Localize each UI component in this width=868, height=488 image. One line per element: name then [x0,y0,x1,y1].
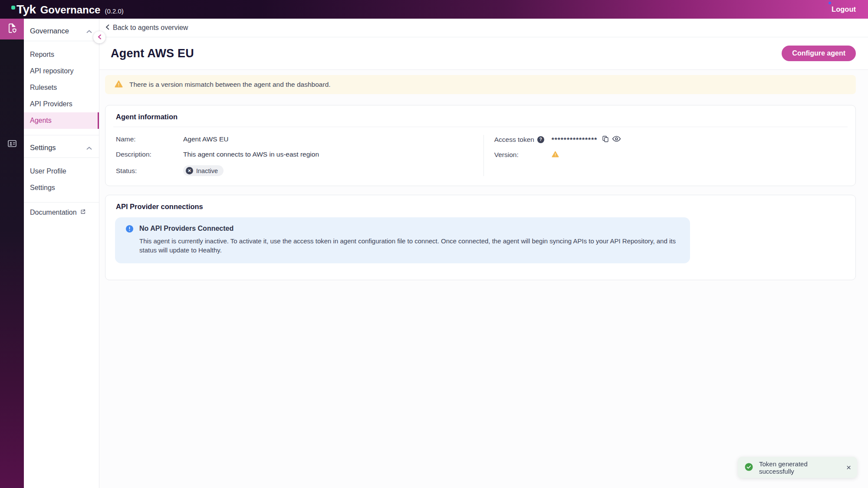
toast-close-button[interactable]: × [846,463,851,472]
app-root: Tyk Governance (0.2.0) Logout [0,0,868,488]
access-token-value: *************** [552,135,621,144]
status-row: Status: ✕ Inactive [116,165,483,176]
version-warning [552,151,559,159]
description-value: This agent connects to AWS in us-east re… [183,151,319,158]
rail-item-profile[interactable] [0,134,24,155]
top-bar: Tyk Governance (0.2.0) Logout [0,0,868,19]
no-providers-info-box: No API Providers Connected This agent is… [115,217,690,263]
toast-message: Token generated successfully [759,460,840,475]
chevron-up-icon [86,144,92,152]
sidebar-item-api-providers[interactable]: API Providers [24,96,99,112]
sidebar-item-rulesets[interactable]: Rulesets [24,79,99,96]
masked-token: *************** [552,136,597,144]
app-version: (0.2.0) [105,7,123,15]
reveal-token-button[interactable] [612,135,621,144]
agent-info-left-column: Name: Agent AWS EU Description: This age… [116,135,483,176]
back-bar: Back to agents overview [99,19,868,37]
chevron-up-icon [86,27,92,35]
contact-card-icon [7,138,17,151]
sidebar-section-label: Governance [30,27,69,35]
access-token-label: Access token ? [494,136,552,144]
page-content: There is a version mismatch between the … [99,70,868,280]
back-link[interactable]: Back to agents overview [105,24,188,32]
configure-agent-button[interactable]: Configure agent [782,46,856,61]
version-mismatch-banner: There is a version mismatch between the … [105,75,856,94]
description-label: Description: [116,151,183,158]
sidebar-item-api-repository[interactable]: API repository [24,63,99,79]
card-heading: API Provider connections [105,195,855,216]
title-bar: Agent AWS EU Configure agent [99,37,868,70]
page-title: Agent AWS EU [111,47,194,60]
chevron-left-icon [98,34,102,41]
product-name: Governance [40,4,101,16]
agent-info-grid: Name: Agent AWS EU Description: This age… [105,127,855,186]
access-token-label-text: Access token [494,136,534,144]
sidebar-item-settings[interactable]: Settings [24,180,99,196]
copy-token-button[interactable] [602,135,609,144]
warning-icon [552,151,559,159]
copy-icon [602,135,609,144]
description-row: Description: This agent connects to AWS … [116,150,483,159]
info-box-message: This agent is currently inactive. To act… [139,236,680,255]
governance-nav-list: Reports API repository Rulesets API Prov… [24,41,99,135]
agent-info-right-column: Access token ? *************** [483,135,845,176]
sidebar-item-reports[interactable]: Reports [24,46,99,63]
sidebar-item-documentation[interactable]: Documentation [24,203,99,221]
sidebar-item-label: Documentation [30,209,77,216]
info-box-title: No API Providers Connected [139,225,680,233]
external-link-icon [80,209,86,216]
name-label: Name: [116,135,183,143]
brand-name: Tyk [16,3,36,16]
notification-dot [829,2,831,4]
tyk-logo-dot-icon [11,6,15,10]
name-row: Name: Agent AWS EU [116,135,483,144]
chevron-left-icon [105,24,109,32]
sidebar-section-governance[interactable]: Governance [24,19,99,41]
version-row: Version: [494,151,845,159]
logout-button[interactable]: Logout [832,5,856,13]
api-provider-connections-card: API Provider connections No API Provider… [105,195,856,280]
status-badge: ✕ Inactive [183,165,224,176]
sidebar: Governance Reports API repository Rulese… [24,19,99,488]
status-label: Status: [116,167,183,175]
info-box-body: No API Providers Connected This agent is… [139,225,680,255]
agent-information-card: Agent information Name: Agent AWS EU Des… [105,105,856,186]
access-token-row: Access token ? *************** [494,135,845,144]
card-heading: Agent information [105,105,855,127]
version-label: Version: [494,151,552,159]
banner-message: There is a version mismatch between the … [129,81,331,88]
rail-item-governance[interactable] [0,19,24,39]
sidebar-item-agents[interactable]: Agents [24,112,99,129]
warning-icon [115,80,123,89]
inactive-status-icon: ✕ [186,167,193,174]
eye-icon [612,135,621,144]
sidebar-section-label: Settings [30,144,56,152]
sidebar-item-user-profile[interactable]: User Profile [24,163,99,180]
icon-rail [0,19,24,488]
help-icon[interactable]: ? [537,136,544,143]
status-badge-label: Inactive [196,167,218,174]
sidebar-collapse-button[interactable] [93,31,105,43]
toast-notification: Token generated successfully × [738,457,857,478]
main-content: Back to agents overview Agent AWS EU Con… [99,19,868,488]
info-icon [125,225,134,235]
success-check-icon [745,463,753,472]
sidebar-section-settings[interactable]: Settings [24,135,99,157]
name-value: Agent AWS EU [183,135,229,143]
document-shield-icon [7,23,18,36]
layout-shell: Governance Reports API repository Rulese… [0,19,868,488]
back-link-label: Back to agents overview [113,24,188,32]
tyk-logo: Tyk Governance (0.2.0) [11,3,124,16]
settings-nav-list: User Profile Settings [24,158,99,202]
